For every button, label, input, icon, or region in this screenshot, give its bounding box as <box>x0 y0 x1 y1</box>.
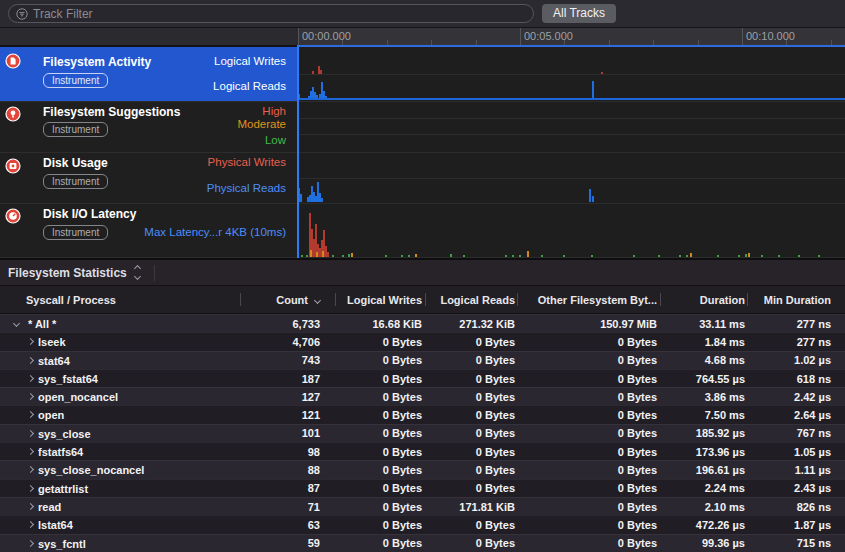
track-filter-placeholder: Track Filter <box>33 7 93 21</box>
chart-spike <box>748 253 750 257</box>
chart-spike <box>463 255 465 257</box>
table-row[interactable]: open1210 Bytes0 Bytes0 Bytes7.50 ms2.64 … <box>0 405 845 423</box>
lane-label-logical-reads: Logical Reads <box>213 80 286 92</box>
track-header[interactable]: Filesystem Suggestions Instrument High M… <box>0 102 298 152</box>
playhead[interactable] <box>297 45 299 258</box>
table-row[interactable]: fstatfs64980 Bytes0 Bytes0 Bytes173.96 µ… <box>0 442 845 460</box>
column-header[interactable]: Duration <box>660 286 747 313</box>
value-cell: 150.97 MiB <box>517 318 660 330</box>
all-tracks-button[interactable]: All Tracks <box>542 4 616 23</box>
detail-view-selector[interactable]: Filesystem Statistics <box>8 266 127 280</box>
track-disk-io-latency[interactable]: Disk I/O Latency Instrument Max Latency.… <box>0 204 845 258</box>
ruler-time-label: 00:00.000 <box>302 30 351 42</box>
lane-label-logical-writes: Logical Writes <box>214 55 286 67</box>
disclosure-chevron-icon[interactable] <box>27 503 34 510</box>
detail-panel: Filesystem Statistics Syscall / ProcessC… <box>0 258 845 552</box>
table-row[interactable]: sys_close1010 Bytes0 Bytes0 Bytes185.92 … <box>0 424 845 442</box>
disclosure-chevron-icon[interactable] <box>13 320 20 327</box>
value-cell: 0 Bytes <box>517 354 660 366</box>
track-filesystem-activity[interactable]: Filesystem Activity Instrument Logical W… <box>0 47 845 102</box>
table-row[interactable]: read710 Bytes171.81 KiB0 Bytes2.10 ms826… <box>0 497 845 515</box>
table-row[interactable]: sys_close_nocancel880 Bytes0 Bytes0 Byte… <box>0 460 845 478</box>
chart-spike <box>738 255 740 257</box>
disclosure-chevron-icon[interactable] <box>27 521 34 528</box>
value-cell: 0 Bytes <box>517 427 660 439</box>
chart-spike <box>505 255 507 257</box>
disclosure-chevron-icon[interactable] <box>27 375 34 382</box>
value-cell: 171.81 KiB <box>425 501 517 513</box>
value-cell: 101 <box>240 427 335 439</box>
track-graph[interactable] <box>298 47 845 101</box>
ruler-tick <box>520 28 521 45</box>
column-header[interactable]: Syscall / Process <box>0 286 240 313</box>
track-filesystem-suggestions[interactable]: Filesystem Suggestions Instrument High M… <box>0 102 845 153</box>
disclosure-chevron-icon[interactable] <box>27 338 34 345</box>
track-graph[interactable] <box>298 102 845 152</box>
table-row[interactable]: lstat64630 Bytes0 Bytes0 Bytes472.26 µs1… <box>0 515 845 533</box>
value-cell: 2.10 ms <box>660 501 747 513</box>
value-cell: 99.36 µs <box>660 537 747 549</box>
value-cell: 0 Bytes <box>517 501 660 513</box>
value-cell: 277 ns <box>747 318 845 330</box>
disclosure-chevron-icon[interactable] <box>27 448 34 455</box>
disclosure-chevron-icon[interactable] <box>27 393 34 400</box>
value-cell: 0 Bytes <box>517 446 660 458</box>
value-cell: 7.50 ms <box>660 409 747 421</box>
value-cell: 185.92 µs <box>660 427 747 439</box>
column-header[interactable]: Logical Reads <box>425 286 517 313</box>
view-selector-chevrons-icon[interactable] <box>135 266 140 279</box>
lane-label-max-latency: Max Latency...r 4KB (10ms) <box>144 226 286 238</box>
toolbar-separator <box>154 265 155 281</box>
track-graph[interactable] <box>298 204 845 257</box>
syscall-cell: lseek <box>0 333 240 350</box>
track-graph[interactable] <box>298 153 845 203</box>
track-header[interactable]: Disk I/O Latency Instrument Max Latency.… <box>0 204 298 257</box>
disclosure-chevron-icon[interactable] <box>27 411 34 418</box>
table-row[interactable]: getattrlist870 Bytes0 Bytes0 Bytes2.24 m… <box>0 479 845 497</box>
table-row[interactable]: sys_fcntl590 Bytes0 Bytes0 Bytes99.36 µs… <box>0 534 845 552</box>
lane-label-moderate: Moderate <box>237 118 286 130</box>
chart-spike <box>589 189 591 202</box>
ruler-row: 00:00.00000:05.00000:10.000 <box>0 28 845 47</box>
table-row[interactable]: open_nocancel1270 Bytes0 Bytes0 Bytes3.8… <box>0 387 845 405</box>
disclosure-chevron-icon[interactable] <box>27 430 34 437</box>
disclosure-chevron-icon[interactable] <box>27 485 34 492</box>
chart-spike <box>450 254 452 257</box>
timeline-ruler[interactable]: 00:00.00000:05.00000:10.000 <box>298 28 845 47</box>
chart-spike <box>408 255 410 257</box>
chart-spike <box>301 255 303 257</box>
value-cell: 826 ns <box>747 501 845 513</box>
value-cell: 0 Bytes <box>517 391 660 403</box>
track-disk-usage[interactable]: Disk Usage Instrument Physical Writes Ph… <box>0 153 845 204</box>
syscall-cell: open_nocancel <box>0 388 240 405</box>
disclosure-chevron-icon[interactable] <box>27 540 34 547</box>
column-header[interactable]: Count <box>240 286 335 313</box>
chart-spike <box>310 250 312 257</box>
column-header[interactable]: Other Filesystem Byt... <box>517 286 660 313</box>
disclosure-chevron-icon[interactable] <box>27 466 34 473</box>
track-filter-input[interactable]: Track Filter <box>8 4 534 23</box>
table-row[interactable]: lseek4,7060 Bytes0 Bytes0 Bytes1.84 ms27… <box>0 332 845 350</box>
table-row[interactable]: * All *6,73316.68 KiB271.32 KiB150.97 Mi… <box>0 314 845 332</box>
ruler-tick <box>476 40 477 45</box>
disclosure-chevron-icon[interactable] <box>27 357 34 364</box>
value-cell: 0 Bytes <box>335 519 425 531</box>
column-header[interactable]: Min Duration <box>747 286 845 313</box>
value-cell: 0 Bytes <box>335 354 425 366</box>
table-row[interactable]: stat647430 Bytes0 Bytes0 Bytes4.68 ms1.0… <box>0 351 845 369</box>
chart-spike <box>348 254 350 257</box>
syscall-cell: stat64 <box>0 352 240 369</box>
toolbar: Track Filter All Tracks <box>0 0 845 28</box>
track-header[interactable]: Disk Usage Instrument Physical Writes Ph… <box>0 153 298 203</box>
chart-spike <box>316 252 318 257</box>
ruler-time-label: 00:10.000 <box>746 30 795 42</box>
value-cell: 71 <box>240 501 335 513</box>
table-row[interactable]: sys_fstat641870 Bytes0 Bytes0 Bytes764.5… <box>0 369 845 387</box>
value-cell: 0 Bytes <box>335 537 425 549</box>
syscall-cell: fstatfs64 <box>0 443 240 460</box>
value-cell: 1.05 µs <box>747 446 845 458</box>
track-header[interactable]: Filesystem Activity Instrument Logical W… <box>0 47 298 101</box>
column-header[interactable]: Logical Writes <box>335 286 425 313</box>
chart-spike <box>342 255 344 257</box>
value-cell: 0 Bytes <box>335 336 425 348</box>
